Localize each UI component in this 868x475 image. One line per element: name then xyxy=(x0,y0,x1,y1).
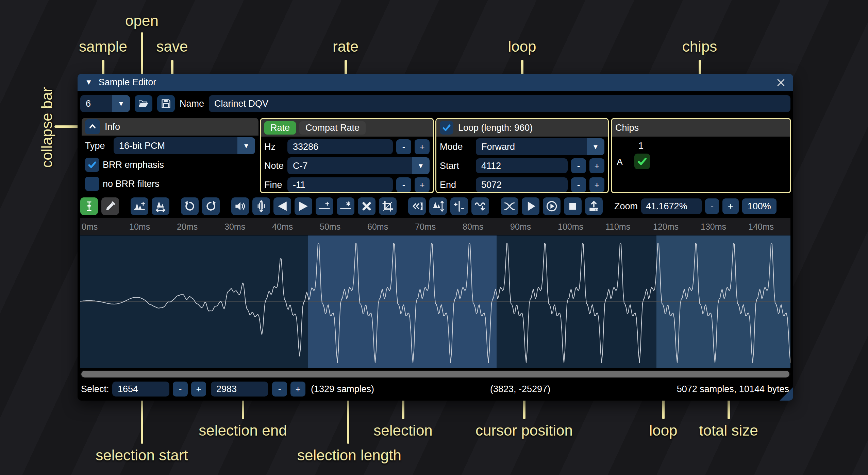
crossfade-button[interactable] xyxy=(501,197,518,215)
preview-selection-button[interactable] xyxy=(543,197,561,215)
hz-plus-button[interactable]: + xyxy=(415,139,430,154)
sample-name-input[interactable]: Clarinet DQV xyxy=(209,95,790,112)
zoom-in-button[interactable]: + xyxy=(722,198,739,214)
zoom-out-button[interactable]: - xyxy=(705,198,719,214)
loop-end-input[interactable]: 5072 xyxy=(476,177,568,192)
invert-button[interactable] xyxy=(429,197,447,215)
chevron-down-icon: ▼ xyxy=(412,157,430,174)
create-instrument-button[interactable] xyxy=(585,197,603,215)
open-sample-button[interactable] xyxy=(135,95,152,112)
fine-plus-button[interactable]: + xyxy=(415,177,430,192)
sample-selector-value: 6 xyxy=(80,95,112,112)
timeline-label: 10ms xyxy=(129,222,150,232)
no-brr-filters-checkbox[interactable] xyxy=(85,177,99,191)
waveform-canvas[interactable] xyxy=(80,235,790,368)
selection-start-plus-button[interactable]: + xyxy=(191,382,206,397)
annotation-line xyxy=(347,397,349,444)
fade-out-icon xyxy=(297,199,310,213)
desktop-background: open sample save rate loop chips collaps… xyxy=(0,0,868,475)
apply-silence-icon xyxy=(339,199,352,213)
trim-button[interactable] xyxy=(379,197,397,215)
annotation-rate: rate xyxy=(333,38,358,55)
save-sample-button[interactable] xyxy=(157,95,175,112)
loop-end-plus-button[interactable]: + xyxy=(589,177,604,192)
chip-enable-checkbox[interactable] xyxy=(634,154,650,169)
resize-grip[interactable] xyxy=(780,387,793,401)
fine-minus-button[interactable]: - xyxy=(396,177,411,192)
invert-icon xyxy=(431,199,445,213)
window-title: Sample Editor xyxy=(99,77,156,88)
loop-start-minus-button[interactable]: - xyxy=(571,158,586,173)
zoom-input[interactable]: 41.1672% xyxy=(641,198,702,214)
selection-start-minus-button[interactable]: - xyxy=(173,382,188,397)
tab-rate[interactable]: Rate xyxy=(264,121,296,135)
select-mode-button[interactable] xyxy=(80,197,98,215)
filter-icon xyxy=(473,199,487,213)
amplify-button[interactable] xyxy=(231,197,249,215)
fine-input[interactable]: -11 xyxy=(287,177,393,192)
stop-preview-icon xyxy=(566,199,580,213)
fade-out-button[interactable] xyxy=(295,197,312,215)
timeline-label: 20ms xyxy=(177,222,198,232)
chip-row-label: A xyxy=(617,157,623,168)
signedness-button[interactable] xyxy=(450,197,468,215)
timeline-label: 130ms xyxy=(701,222,726,232)
undo-button[interactable] xyxy=(181,197,199,215)
brr-emphasis-checkbox[interactable] xyxy=(85,158,99,172)
delete-icon xyxy=(360,199,373,213)
annotation-line xyxy=(141,397,143,444)
filter-button[interactable] xyxy=(471,197,489,215)
window-collapse-icon[interactable]: ▼ xyxy=(85,78,93,87)
hz-input[interactable]: 33286 xyxy=(287,139,393,154)
chip-column-header: 1 xyxy=(638,141,644,151)
mode-label: Mode xyxy=(440,142,472,152)
loop-enable-checkbox[interactable] xyxy=(440,121,453,135)
loop-start-input[interactable]: 4112 xyxy=(476,158,568,173)
selection-end-input[interactable]: 2983 xyxy=(211,382,268,397)
redo-icon xyxy=(204,199,218,213)
stop-preview-button[interactable] xyxy=(564,197,582,215)
loop-start-plus-button[interactable]: + xyxy=(589,158,604,173)
waveform-scrollbar[interactable] xyxy=(80,370,790,378)
window-titlebar[interactable]: ▼ Sample Editor xyxy=(78,74,793,91)
preview-button[interactable] xyxy=(522,197,539,215)
note-select[interactable]: C-7 ▼ xyxy=(287,157,430,174)
fade-in-button[interactable] xyxy=(273,197,291,215)
hz-minus-button[interactable]: - xyxy=(396,139,411,154)
amplify-icon xyxy=(233,199,247,213)
sample-selector[interactable]: 6 ▼ xyxy=(80,95,130,112)
redo-button[interactable] xyxy=(202,197,220,215)
delete-button[interactable] xyxy=(358,197,375,215)
reverse-icon xyxy=(410,199,424,213)
loop-end-minus-button[interactable]: - xyxy=(571,177,586,192)
info-collapse-button[interactable] xyxy=(85,119,100,134)
properties-panels: Info Type 16-bit PCM ▼ BRR emphasis xyxy=(80,118,790,191)
signedness-icon xyxy=(452,199,466,213)
annotation-loop-bottom: loop xyxy=(649,422,677,439)
apply-silence-button[interactable] xyxy=(337,197,354,215)
loop-panel: Loop (length: 960) Mode Forward ▼ Start … xyxy=(435,118,609,193)
loop-mode-select[interactable]: Forward ▼ xyxy=(476,138,604,155)
scrollbar-thumb[interactable] xyxy=(81,371,789,377)
timeline-label: 30ms xyxy=(224,222,245,232)
timeline-label: 0ms xyxy=(82,222,98,232)
create-instrument-icon xyxy=(587,199,601,213)
sample-type-select[interactable]: 16-bit PCM ▼ xyxy=(114,137,255,154)
timeline[interactable]: 0ms10ms20ms30ms40ms50ms60ms70ms80ms90ms1… xyxy=(80,218,790,235)
status-bar: Select: 1654 - + 2983 - + (1329 samples)… xyxy=(78,380,793,398)
tab-compat-rate[interactable]: Compat Rate xyxy=(299,121,366,135)
selection-end-minus-button[interactable]: - xyxy=(272,382,287,397)
timeline-label: 120ms xyxy=(653,222,679,232)
zoom-reset-button[interactable]: 100% xyxy=(742,198,777,214)
zoom-label: Zoom xyxy=(614,201,638,212)
selection-end-plus-button[interactable]: + xyxy=(290,382,305,397)
resize-button[interactable] xyxy=(131,197,148,215)
reverse-button[interactable] xyxy=(408,197,426,215)
annotation-chips: chips xyxy=(682,38,717,55)
close-button[interactable] xyxy=(775,76,787,89)
resample-button[interactable] xyxy=(152,197,169,215)
draw-mode-button[interactable] xyxy=(101,197,119,215)
insert-silence-button[interactable] xyxy=(316,197,333,215)
normalize-button[interactable] xyxy=(252,197,270,215)
selection-start-input[interactable]: 1654 xyxy=(112,382,169,397)
